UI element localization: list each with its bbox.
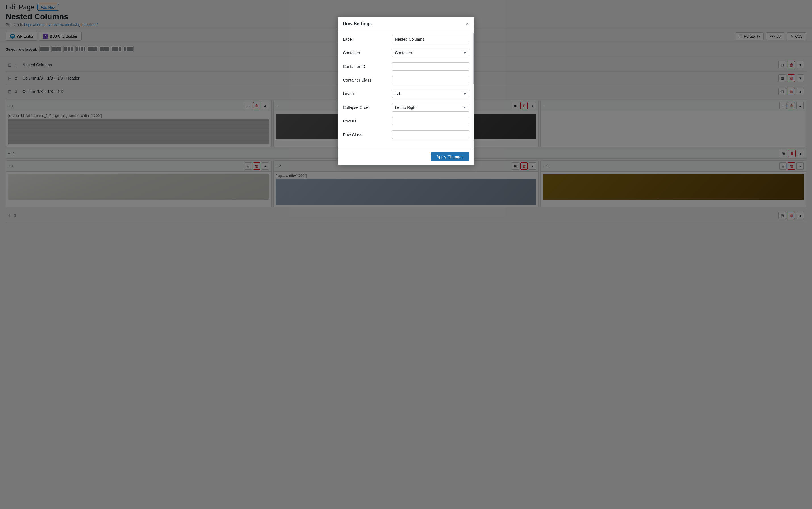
row-class-input[interactable]	[392, 130, 469, 139]
form-row-label: Label	[343, 35, 469, 43]
label-input[interactable]	[392, 35, 469, 43]
row-id-label: Row ID	[343, 119, 389, 123]
modal-title: Row Settings	[343, 21, 372, 27]
row-id-input[interactable]	[392, 117, 469, 125]
modal-body: Label Container Container Container Flui…	[338, 30, 474, 149]
modal-header: Row Settings ×	[338, 17, 474, 30]
modal-footer: Apply Changes	[338, 149, 474, 165]
modal-scroll-track	[472, 31, 474, 150]
form-row-row-class: Row Class	[343, 130, 469, 139]
container-id-input[interactable]	[392, 62, 469, 71]
modal-close-button[interactable]: ×	[466, 21, 469, 27]
container-select[interactable]: Container Container Fluid None	[392, 48, 469, 57]
form-row-container: Container Container Container Fluid None	[343, 48, 469, 57]
form-row-layout: Layout 1/1 1/2 + 1/2 1/3 + 1/3 + 1/3 1/4…	[343, 90, 469, 98]
label-field-label: Label	[343, 37, 389, 41]
layout-select[interactable]: 1/1 1/2 + 1/2 1/3 + 1/3 + 1/3 1/4 + 1/4 …	[392, 90, 469, 98]
layout-field-label: Layout	[343, 92, 389, 96]
container-field-label: Container	[343, 50, 389, 55]
collapse-order-select[interactable]: Left to Right Right to Left	[392, 103, 469, 112]
container-class-label: Container Class	[343, 78, 389, 82]
row-class-label: Row Class	[343, 132, 389, 137]
modal-overlay: Row Settings × Label Container Container…	[0, 0, 812, 509]
form-row-collapse-order: Collapse Order Left to Right Right to Le…	[343, 103, 469, 112]
form-row-container-id: Container ID	[343, 62, 469, 71]
form-row-row-id: Row ID	[343, 117, 469, 125]
apply-changes-button[interactable]: Apply Changes	[431, 152, 469, 162]
collapse-order-label: Collapse Order	[343, 105, 389, 110]
container-id-label: Container ID	[343, 64, 389, 69]
container-class-input[interactable]	[392, 76, 469, 84]
form-row-container-class: Container Class	[343, 76, 469, 84]
row-settings-modal: Row Settings × Label Container Container…	[338, 17, 474, 165]
modal-scroll-thumb	[473, 33, 474, 84]
